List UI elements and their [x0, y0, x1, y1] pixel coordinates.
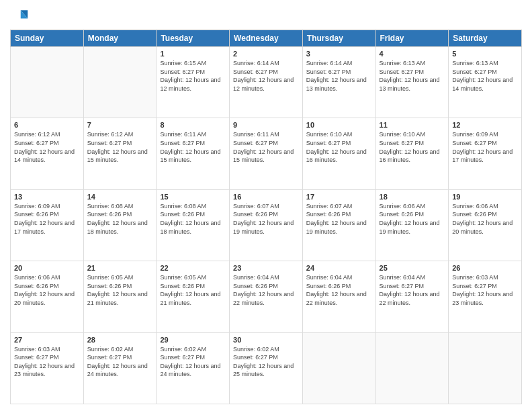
- day-info: Sunrise: 6:12 AMSunset: 6:27 PMDaylight:…: [87, 130, 153, 164]
- calendar-cell: 21Sunrise: 6:05 AMSunset: 6:26 PMDayligh…: [83, 261, 157, 332]
- day-number: 10: [306, 121, 372, 129]
- day-number: 25: [380, 264, 445, 272]
- day-info: Sunrise: 6:04 AMSunset: 6:26 PMDaylight:…: [306, 273, 372, 307]
- week-row-5: 27Sunrise: 6:03 AMSunset: 6:27 PMDayligh…: [11, 332, 522, 404]
- day-number: 16: [233, 193, 299, 201]
- weekday-header-sunday: Sunday: [11, 30, 84, 47]
- day-number: 27: [14, 336, 80, 344]
- day-info: Sunrise: 6:10 AMSunset: 6:27 PMDaylight:…: [306, 130, 372, 164]
- day-info: Sunrise: 6:13 AMSunset: 6:27 PMDaylight:…: [380, 59, 445, 93]
- calendar-cell: 6Sunrise: 6:12 AMSunset: 6:27 PMDaylight…: [11, 118, 84, 189]
- calendar-cell: [375, 332, 449, 404]
- day-number: 11: [380, 121, 445, 129]
- day-number: 19: [452, 193, 518, 201]
- day-number: 3: [306, 50, 372, 58]
- calendar-cell: 10Sunrise: 6:10 AMSunset: 6:27 PMDayligh…: [302, 118, 375, 189]
- calendar-table: SundayMondayTuesdayWednesdayThursdayFrid…: [10, 30, 522, 404]
- week-row-2: 6Sunrise: 6:12 AMSunset: 6:27 PMDaylight…: [11, 118, 522, 189]
- day-info: Sunrise: 6:03 AMSunset: 6:27 PMDaylight:…: [14, 345, 80, 379]
- day-number: 15: [160, 193, 226, 201]
- calendar-cell: [302, 332, 375, 404]
- calendar-cell: 1Sunrise: 6:15 AMSunset: 6:27 PMDaylight…: [157, 47, 230, 118]
- day-number: 4: [380, 50, 445, 58]
- day-number: 6: [14, 121, 80, 129]
- day-info: Sunrise: 6:03 AMSunset: 6:27 PMDaylight:…: [452, 273, 518, 307]
- page: SundayMondayTuesdayWednesdayThursdayFrid…: [0, 0, 532, 411]
- day-info: Sunrise: 6:06 AMSunset: 6:26 PMDaylight:…: [14, 273, 80, 307]
- calendar-cell: 20Sunrise: 6:06 AMSunset: 6:26 PMDayligh…: [11, 261, 84, 332]
- day-info: Sunrise: 6:07 AMSunset: 6:26 PMDaylight:…: [306, 202, 372, 236]
- day-number: 5: [452, 50, 518, 58]
- day-number: 2: [233, 50, 299, 58]
- calendar-cell: 12Sunrise: 6:09 AMSunset: 6:27 PMDayligh…: [449, 118, 522, 189]
- day-number: 20: [14, 264, 80, 272]
- day-info: Sunrise: 6:02 AMSunset: 6:27 PMDaylight:…: [87, 345, 153, 379]
- day-number: 30: [233, 336, 299, 344]
- day-info: Sunrise: 6:05 AMSunset: 6:26 PMDaylight:…: [87, 273, 153, 307]
- calendar-cell: 19Sunrise: 6:06 AMSunset: 6:26 PMDayligh…: [449, 189, 522, 261]
- day-info: Sunrise: 6:04 AMSunset: 6:26 PMDaylight:…: [233, 273, 299, 307]
- calendar-cell: 17Sunrise: 6:07 AMSunset: 6:26 PMDayligh…: [302, 189, 375, 261]
- logo: [10, 7, 32, 26]
- calendar-cell: 16Sunrise: 6:07 AMSunset: 6:26 PMDayligh…: [230, 189, 303, 261]
- calendar-cell: 4Sunrise: 6:13 AMSunset: 6:27 PMDaylight…: [375, 47, 449, 118]
- calendar-cell: 24Sunrise: 6:04 AMSunset: 6:26 PMDayligh…: [302, 261, 375, 332]
- day-number: 26: [452, 264, 518, 272]
- weekday-header-saturday: Saturday: [449, 30, 522, 47]
- day-number: 9: [233, 121, 299, 129]
- day-info: Sunrise: 6:02 AMSunset: 6:27 PMDaylight:…: [160, 345, 226, 379]
- weekday-header-monday: Monday: [83, 30, 157, 47]
- day-info: Sunrise: 6:10 AMSunset: 6:27 PMDaylight:…: [380, 130, 445, 164]
- day-info: Sunrise: 6:15 AMSunset: 6:27 PMDaylight:…: [160, 59, 226, 93]
- day-number: 12: [452, 121, 518, 129]
- weekday-header-wednesday: Wednesday: [230, 30, 303, 47]
- day-number: 1: [160, 50, 226, 58]
- calendar-cell: 30Sunrise: 6:02 AMSunset: 6:27 PMDayligh…: [230, 332, 303, 404]
- calendar-cell: 3Sunrise: 6:14 AMSunset: 6:27 PMDaylight…: [302, 47, 375, 118]
- week-row-4: 20Sunrise: 6:06 AMSunset: 6:26 PMDayligh…: [11, 261, 522, 332]
- day-info: Sunrise: 6:06 AMSunset: 6:26 PMDaylight:…: [380, 202, 445, 236]
- day-info: Sunrise: 6:02 AMSunset: 6:27 PMDaylight:…: [233, 345, 299, 379]
- header: [10, 7, 522, 26]
- day-number: 18: [380, 193, 445, 201]
- calendar-cell: 13Sunrise: 6:09 AMSunset: 6:26 PMDayligh…: [11, 189, 84, 261]
- day-info: Sunrise: 6:14 AMSunset: 6:27 PMDaylight:…: [306, 59, 372, 93]
- day-info: Sunrise: 6:06 AMSunset: 6:26 PMDaylight:…: [452, 202, 518, 236]
- day-info: Sunrise: 6:08 AMSunset: 6:26 PMDaylight:…: [160, 202, 226, 236]
- week-row-3: 13Sunrise: 6:09 AMSunset: 6:26 PMDayligh…: [11, 189, 522, 261]
- calendar-cell: 8Sunrise: 6:11 AMSunset: 6:27 PMDaylight…: [157, 118, 230, 189]
- calendar-cell: [11, 47, 84, 118]
- day-number: 23: [233, 264, 299, 272]
- day-info: Sunrise: 6:08 AMSunset: 6:26 PMDaylight:…: [87, 202, 153, 236]
- day-number: 22: [160, 264, 226, 272]
- day-number: 21: [87, 264, 153, 272]
- weekday-header-thursday: Thursday: [302, 30, 375, 47]
- calendar-cell: 5Sunrise: 6:13 AMSunset: 6:27 PMDaylight…: [449, 47, 522, 118]
- day-info: Sunrise: 6:11 AMSunset: 6:27 PMDaylight:…: [160, 130, 226, 164]
- day-info: Sunrise: 6:12 AMSunset: 6:27 PMDaylight:…: [14, 130, 80, 164]
- day-info: Sunrise: 6:05 AMSunset: 6:26 PMDaylight:…: [160, 273, 226, 307]
- day-info: Sunrise: 6:04 AMSunset: 6:27 PMDaylight:…: [380, 273, 445, 307]
- weekday-header-tuesday: Tuesday: [157, 30, 230, 47]
- weekday-header-friday: Friday: [375, 30, 449, 47]
- calendar-cell: 18Sunrise: 6:06 AMSunset: 6:26 PMDayligh…: [375, 189, 449, 261]
- day-info: Sunrise: 6:14 AMSunset: 6:27 PMDaylight:…: [233, 59, 299, 93]
- weekday-header-row: SundayMondayTuesdayWednesdayThursdayFrid…: [11, 30, 522, 47]
- day-number: 17: [306, 193, 372, 201]
- calendar-cell: 27Sunrise: 6:03 AMSunset: 6:27 PMDayligh…: [11, 332, 84, 404]
- calendar-cell: [83, 47, 157, 118]
- day-info: Sunrise: 6:11 AMSunset: 6:27 PMDaylight:…: [233, 130, 299, 164]
- day-info: Sunrise: 6:09 AMSunset: 6:26 PMDaylight:…: [14, 202, 80, 236]
- calendar-cell: 28Sunrise: 6:02 AMSunset: 6:27 PMDayligh…: [83, 332, 157, 404]
- day-number: 24: [306, 264, 372, 272]
- day-info: Sunrise: 6:07 AMSunset: 6:26 PMDaylight:…: [233, 202, 299, 236]
- day-info: Sunrise: 6:09 AMSunset: 6:27 PMDaylight:…: [452, 130, 518, 164]
- calendar-cell: 25Sunrise: 6:04 AMSunset: 6:27 PMDayligh…: [375, 261, 449, 332]
- day-number: 8: [160, 121, 226, 129]
- day-number: 29: [160, 336, 226, 344]
- calendar-cell: 15Sunrise: 6:08 AMSunset: 6:26 PMDayligh…: [157, 189, 230, 261]
- calendar-cell: 29Sunrise: 6:02 AMSunset: 6:27 PMDayligh…: [157, 332, 230, 404]
- calendar-cell: [449, 332, 522, 404]
- day-number: 14: [87, 193, 153, 201]
- calendar-cell: 9Sunrise: 6:11 AMSunset: 6:27 PMDaylight…: [230, 118, 303, 189]
